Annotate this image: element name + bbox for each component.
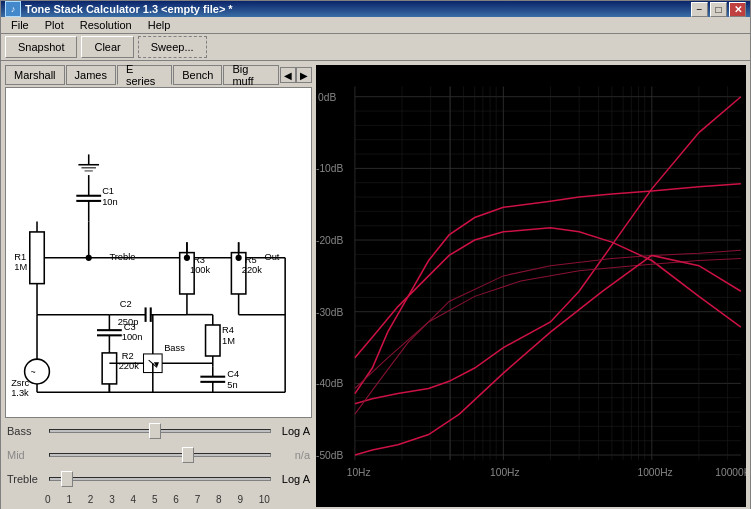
svg-text:R2: R2 <box>122 351 134 361</box>
window-title: Tone Stack Calculator 1.3 <empty file> * <box>25 3 233 15</box>
tab-bigmuff[interactable]: Big muff <box>223 65 279 85</box>
clear-button[interactable]: Clear <box>81 36 133 58</box>
mid-slider-row: Mid n/a <box>7 446 310 464</box>
app-icon: ♪ <box>5 1 21 17</box>
svg-rect-50 <box>102 353 116 384</box>
tab-prev[interactable]: ◀ <box>280 67 296 83</box>
svg-text:1M: 1M <box>14 262 27 272</box>
scale-6: 6 <box>173 494 179 505</box>
svg-text:0dB: 0dB <box>318 92 336 103</box>
svg-text:1000Hz: 1000Hz <box>637 467 672 478</box>
scale-8: 8 <box>216 494 222 505</box>
treble-right-label: Log A <box>275 473 310 485</box>
circuit-diagram: C1 10n R1 1M Treble Out <box>5 87 312 418</box>
svg-text:10n: 10n <box>102 197 118 207</box>
circuit-svg: C1 10n R1 1M Treble Out <box>6 88 311 417</box>
tab-nav: ◀ ▶ <box>280 67 312 83</box>
menu-plot[interactable]: Plot <box>37 17 72 33</box>
scale-1: 1 <box>66 494 72 505</box>
svg-text:R4: R4 <box>222 325 234 335</box>
tab-bench[interactable]: Bench <box>173 65 222 85</box>
svg-text:C1: C1 <box>102 186 114 196</box>
sliders-area: Bass Log A Mid n/a Treble <box>5 418 312 507</box>
mid-label: Mid <box>7 449 45 461</box>
scale-10: 10 <box>259 494 270 505</box>
svg-text:-10dB: -10dB <box>316 163 343 174</box>
svg-text:5n: 5n <box>227 380 237 390</box>
scale-row: 0 1 2 3 4 5 6 7 8 9 10 <box>7 494 310 505</box>
treble-label: Treble <box>7 473 45 485</box>
maximize-button[interactable]: □ <box>710 2 727 17</box>
graph-panel: 0dB -10dB -20dB -30dB -40dB -50dB 10Hz 1… <box>316 65 746 507</box>
svg-text:~: ~ <box>31 368 36 377</box>
svg-point-39 <box>236 255 242 261</box>
title-bar: ♪ Tone Stack Calculator 1.3 <empty file>… <box>1 1 750 17</box>
svg-text:Treble: Treble <box>109 252 135 262</box>
menu-file[interactable]: File <box>3 17 37 33</box>
scale-3: 3 <box>109 494 115 505</box>
svg-text:-50dB: -50dB <box>316 450 343 461</box>
svg-text:-20dB: -20dB <box>316 235 343 246</box>
svg-text:220k: 220k <box>242 265 263 275</box>
tab-james[interactable]: James <box>66 65 116 85</box>
svg-point-37 <box>184 255 190 261</box>
svg-text:Zsrc: Zsrc <box>11 378 29 388</box>
treble-slider-row: Treble Log A <box>7 470 310 488</box>
svg-text:C4: C4 <box>227 369 239 379</box>
treble-slider-track <box>49 477 271 481</box>
bass-slider-row: Bass Log A <box>7 422 310 440</box>
svg-text:100Hz: 100Hz <box>490 467 520 478</box>
treble-slider-thumb[interactable] <box>61 471 73 487</box>
left-panel: Marshall James E series Bench Big muff ◀… <box>1 61 316 509</box>
svg-text:C3: C3 <box>124 322 136 332</box>
scale-4: 4 <box>131 494 137 505</box>
menu-help[interactable]: Help <box>140 17 179 33</box>
svg-text:C2: C2 <box>120 299 132 309</box>
mid-right-label: n/a <box>275 449 310 461</box>
svg-text:10000Hz: 10000Hz <box>715 467 746 478</box>
svg-text:-30dB: -30dB <box>316 307 343 318</box>
mid-slider-track <box>49 453 271 457</box>
svg-text:Out: Out <box>264 252 279 262</box>
toolbar: Snapshot Clear Sweep... <box>1 34 750 61</box>
svg-text:1M: 1M <box>222 336 235 346</box>
svg-rect-55 <box>206 325 220 356</box>
menu-resolution[interactable]: Resolution <box>72 17 140 33</box>
graph-svg: 0dB -10dB -20dB -30dB -40dB -50dB 10Hz 1… <box>316 65 746 507</box>
svg-text:10Hz: 10Hz <box>347 467 371 478</box>
svg-rect-17 <box>30 232 44 284</box>
bass-label: Bass <box>7 425 45 437</box>
bass-right-label: Log A <box>275 425 310 437</box>
tabs-row: Marshall James E series Bench Big muff ◀… <box>5 65 312 85</box>
svg-text:100k: 100k <box>190 265 211 275</box>
window-controls: − □ ✕ <box>691 2 746 17</box>
sweep-button[interactable]: Sweep... <box>138 36 207 58</box>
tab-eseries[interactable]: E series <box>117 65 172 85</box>
scale-2: 2 <box>88 494 94 505</box>
menu-bar: File Plot Resolution Help <box>1 17 750 34</box>
tab-next[interactable]: ▶ <box>296 67 312 83</box>
bass-slider-thumb[interactable] <box>149 423 161 439</box>
svg-rect-82 <box>316 66 746 506</box>
mid-slider-thumb[interactable] <box>182 447 194 463</box>
svg-text:R1: R1 <box>14 252 26 262</box>
svg-text:-40dB: -40dB <box>316 378 343 389</box>
scale-7: 7 <box>195 494 201 505</box>
bass-slider-track <box>49 429 271 433</box>
snapshot-button[interactable]: Snapshot <box>5 36 77 58</box>
svg-text:R3: R3 <box>193 255 205 265</box>
main-window: ♪ Tone Stack Calculator 1.3 <empty file>… <box>0 0 751 509</box>
svg-text:R5: R5 <box>245 255 257 265</box>
svg-text:Bass: Bass <box>164 343 185 353</box>
content-area: Marshall James E series Bench Big muff ◀… <box>1 61 750 509</box>
scale-5: 5 <box>152 494 158 505</box>
tab-marshall[interactable]: Marshall <box>5 65 65 85</box>
minimize-button[interactable]: − <box>691 2 708 17</box>
scale-0: 0 <box>45 494 51 505</box>
title-bar-left: ♪ Tone Stack Calculator 1.3 <empty file>… <box>5 1 233 17</box>
close-button[interactable]: ✕ <box>729 2 746 17</box>
scale-9: 9 <box>237 494 243 505</box>
svg-text:100n: 100n <box>122 332 143 342</box>
svg-text:1.3k: 1.3k <box>11 388 29 398</box>
